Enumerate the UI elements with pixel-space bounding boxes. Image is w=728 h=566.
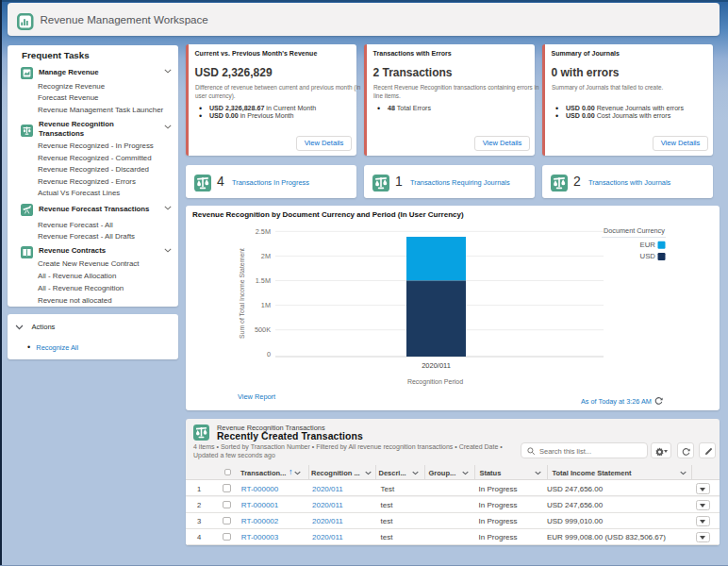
svg-text:USD: USD — [640, 252, 656, 260]
svg-text:2020/011: 2020/011 — [422, 361, 451, 370]
svg-text:2M: 2M — [261, 251, 271, 259]
svg-text:500K: 500K — [255, 325, 271, 334]
svg-text:Sum of Total Income Statement: Sum of Total Income Statement — [239, 247, 245, 338]
svg-text:2.5M: 2.5M — [256, 226, 271, 235]
svg-text:Recognition Period: Recognition Period — [407, 377, 463, 385]
svg-text:0: 0 — [267, 349, 271, 358]
svg-text:EUR: EUR — [640, 241, 656, 249]
svg-text:Document Currency: Document Currency — [604, 225, 665, 234]
svg-text:1M: 1M — [261, 301, 271, 309]
svg-text:1.5M: 1.5M — [256, 276, 271, 285]
